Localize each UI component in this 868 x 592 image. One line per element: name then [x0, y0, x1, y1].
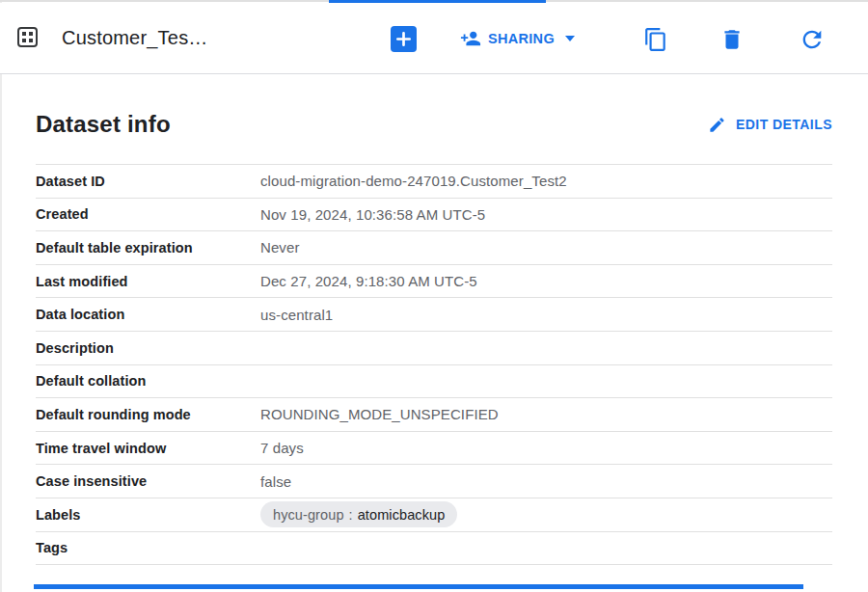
copy-button[interactable] [643, 27, 668, 52]
edit-details-button[interactable]: EDIT DETAILS [708, 116, 832, 134]
panel-left-border [0, 2, 2, 592]
delete-button[interactable] [719, 27, 745, 52]
copy-icon [643, 27, 668, 52]
person-add-icon [460, 28, 481, 49]
row-value: Nov 19, 2024, 10:36:58 AM UTC-5 [260, 206, 485, 223]
sharing-dropdown-button[interactable]: SHARING [460, 25, 575, 52]
row-label: Case insensitive [36, 473, 260, 489]
row-label: Data location [36, 307, 260, 322]
row-label: Created [36, 206, 260, 222]
table-row: Data location us-central1 [36, 298, 832, 332]
panel-splitter-handle[interactable] [34, 584, 803, 589]
row-value: Dec 27, 2024, 9:18:30 AM UTC-5 [260, 273, 477, 289]
row-label: Default collation [36, 373, 260, 389]
dataset-info-table: Dataset ID cloud-migration-demo-247019.C… [36, 164, 832, 565]
dataset-icon [17, 27, 38, 47]
dataset-toolbar: Customer_Tes… SHARING [0, 3, 868, 74]
row-label: Tags [36, 540, 260, 555]
page-title: Dataset info [36, 111, 171, 138]
row-label: Last modified [36, 274, 260, 289]
page-header: Dataset info EDIT DETAILS [36, 103, 832, 146]
add-button[interactable] [391, 26, 417, 52]
row-value: cloud-migration-demo-247019.Customer_Tes… [260, 173, 567, 189]
dataset-title: Customer_Tes… [62, 3, 208, 73]
chip-val: atomicbackup [358, 507, 446, 523]
refresh-button[interactable] [799, 26, 826, 53]
table-row: Time travel window 7 days [36, 432, 832, 466]
table-row: Default collation [36, 365, 832, 399]
row-value: ROUNDING_MODE_UNSPECIFIED [260, 406, 499, 422]
row-value: Never [260, 239, 300, 256]
row-label: Description [36, 340, 260, 356]
row-label: Time travel window [36, 441, 260, 456]
row-value: hycu-group:atomicbackup [260, 501, 457, 527]
pencil-icon [708, 116, 726, 134]
sharing-label: SHARING [488, 31, 555, 46]
row-value: false [260, 473, 291, 490]
trash-icon [719, 27, 745, 52]
edit-details-label: EDIT DETAILS [736, 117, 832, 132]
row-value: 7 days [260, 440, 304, 456]
refresh-icon [799, 26, 826, 53]
row-label: Labels [36, 507, 260, 523]
table-row: Case insensitive false [36, 465, 832, 498]
label-chip: hycu-group:atomicbackup [260, 501, 457, 527]
chip-key: hycu-group [273, 507, 344, 523]
table-row: Default rounding mode ROUNDING_MODE_UNSP… [36, 398, 832, 432]
table-row: Default table expiration Never [36, 231, 832, 265]
plus-icon [394, 30, 413, 48]
table-row: Created Nov 19, 2024, 10:36:58 AM UTC-5 [36, 199, 832, 232]
row-label: Dataset ID [36, 174, 260, 189]
row-label: Default rounding mode [36, 407, 260, 422]
row-value: us-central1 [260, 307, 333, 323]
caret-down-icon [565, 36, 575, 41]
table-row: Last modified Dec 27, 2024, 9:18:30 AM U… [36, 265, 832, 299]
table-row: Description [36, 332, 832, 365]
table-row: Dataset ID cloud-migration-demo-247019.C… [36, 165, 832, 199]
row-label: Default table expiration [36, 240, 260, 256]
table-row: Labels hycu-group:atomicbackup [36, 498, 832, 532]
table-row: Tags [36, 532, 832, 566]
chip-sep: : [349, 507, 353, 523]
